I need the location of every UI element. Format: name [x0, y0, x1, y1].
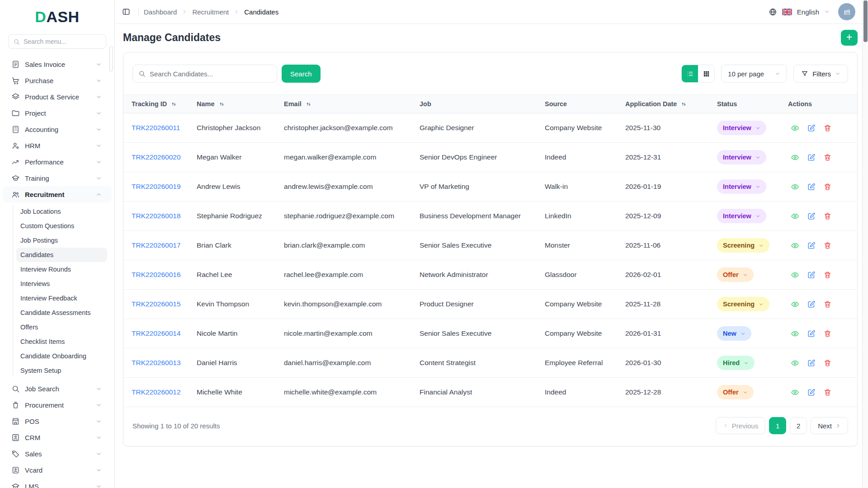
tracking-id-link[interactable]: TRK220260013	[132, 359, 181, 366]
edit-icon[interactable]	[807, 212, 816, 221]
sidebar-item-lms[interactable]: LMS	[3, 478, 112, 488]
brand-logo[interactable]: DASH	[0, 0, 114, 28]
search-button[interactable]: Search	[282, 65, 321, 83]
window-scrollbar[interactable]	[862, 0, 868, 488]
delete-icon[interactable]	[823, 124, 832, 132]
view-icon[interactable]	[791, 124, 799, 132]
sidebar-item-accounting[interactable]: Accounting	[3, 121, 112, 137]
tracking-id-link[interactable]: TRK220260012	[132, 388, 181, 396]
sort-icon[interactable]	[305, 101, 312, 108]
column-header-name[interactable]: Name	[192, 95, 279, 113]
per-page-select[interactable]: 10 per page	[721, 65, 787, 83]
view-icon[interactable]	[791, 183, 799, 191]
view-icon[interactable]	[791, 212, 799, 221]
sidebar-item-product-service[interactable]: Product & Service	[3, 89, 112, 105]
sort-icon[interactable]	[218, 101, 225, 108]
candidates-search-box[interactable]	[132, 65, 277, 83]
sidebar-subitem-candidate-assessments[interactable]: Candidate Assessments	[16, 305, 107, 320]
sidebar-subitem-interview-feedback[interactable]: Interview Feedback	[16, 291, 107, 305]
list-view-button[interactable]	[682, 65, 698, 82]
status-badge[interactable]: Interview	[717, 209, 766, 223]
page-button-2[interactable]: 2	[790, 417, 807, 434]
status-badge[interactable]: Offer	[717, 267, 754, 282]
candidates-search-input[interactable]	[150, 70, 271, 78]
avatar[interactable]	[838, 3, 855, 20]
view-icon[interactable]	[791, 241, 799, 250]
view-icon[interactable]	[791, 359, 799, 367]
chevron-down-icon[interactable]	[824, 9, 830, 14]
sidebar-item-crm[interactable]: CRM	[3, 429, 112, 446]
sidebar-item-training[interactable]: Training	[3, 170, 112, 186]
delete-icon[interactable]	[823, 153, 832, 162]
sidebar-subitem-interview-rounds[interactable]: Interview Rounds	[16, 262, 107, 277]
column-header-tracking-id[interactable]: Tracking ID	[123, 95, 192, 113]
sort-icon[interactable]	[170, 101, 177, 108]
view-icon[interactable]	[791, 300, 799, 309]
sidebar-item-hrm[interactable]: HRM	[3, 137, 112, 154]
status-badge[interactable]: Screening	[717, 297, 769, 311]
status-badge[interactable]: Interview	[717, 150, 766, 164]
column-header-application-date[interactable]: Application Date	[621, 95, 712, 113]
edit-icon[interactable]	[807, 183, 816, 191]
status-badge[interactable]: Offer	[717, 385, 754, 399]
sidebar-item-recruitment[interactable]: Recruitment	[3, 186, 112, 202]
column-header-email[interactable]: Email	[279, 95, 415, 113]
sidebar-subitem-system-setup[interactable]: System Setup	[16, 363, 107, 378]
sidebar-item-sales[interactable]: Sales	[3, 446, 112, 462]
edit-icon[interactable]	[807, 271, 816, 279]
tracking-id-link[interactable]: TRK220260011	[132, 124, 180, 131]
sidebar-toggle-icon[interactable]	[119, 5, 133, 19]
delete-icon[interactable]	[823, 241, 832, 250]
edit-icon[interactable]	[807, 388, 816, 397]
edit-icon[interactable]	[807, 300, 816, 309]
delete-icon[interactable]	[823, 388, 832, 397]
sidebar-subitem-job-locations[interactable]: Job Locations	[16, 204, 107, 219]
delete-icon[interactable]	[823, 212, 832, 221]
tracking-id-link[interactable]: TRK220260014	[132, 329, 181, 337]
sidebar-subitem-offers[interactable]: Offers	[16, 320, 107, 334]
sort-icon[interactable]	[680, 101, 687, 108]
next-page-button[interactable]: Next	[811, 417, 848, 434]
edit-icon[interactable]	[807, 153, 816, 162]
view-icon[interactable]	[791, 329, 799, 338]
column-header-status[interactable]: Status	[712, 95, 783, 113]
tracking-id-link[interactable]: TRK220260016	[132, 271, 181, 278]
add-candidate-button[interactable]: +	[841, 30, 858, 46]
sidebar-item-sales-invoice[interactable]: Sales Invoice	[3, 56, 112, 72]
sidebar-item-project[interactable]: Project	[3, 105, 112, 121]
sidebar-item-pos[interactable]: POS	[3, 413, 112, 429]
sidebar-subitem-candidates[interactable]: Candidates	[16, 248, 107, 262]
sidebar-subitem-interviews[interactable]: Interviews	[16, 277, 107, 291]
delete-icon[interactable]	[823, 329, 832, 338]
tracking-id-link[interactable]: TRK220260015	[132, 300, 181, 308]
language-selector[interactable]: English	[797, 8, 819, 16]
column-header-actions[interactable]: Actions	[783, 95, 857, 113]
breadcrumb-item-dashboard[interactable]: Dashboard	[144, 8, 177, 16]
breadcrumb-item-recruitment[interactable]: Recruitment	[192, 8, 229, 16]
sidebar-item-procurement[interactable]: Procurement	[3, 397, 112, 413]
edit-icon[interactable]	[807, 329, 816, 338]
sidebar-search[interactable]	[8, 34, 106, 49]
tracking-id-link[interactable]: TRK220260019	[132, 183, 181, 190]
edit-icon[interactable]	[807, 359, 816, 367]
tracking-id-link[interactable]: TRK220260018	[132, 212, 181, 220]
delete-icon[interactable]	[823, 300, 832, 309]
delete-icon[interactable]	[823, 183, 832, 191]
sidebar-item-job-search[interactable]: Job Search	[3, 380, 112, 397]
tracking-id-link[interactable]: TRK220260017	[132, 241, 181, 249]
previous-page-button[interactable]: Previous	[716, 417, 765, 434]
filters-button[interactable]: Filters	[793, 65, 848, 83]
globe-icon[interactable]	[769, 8, 777, 16]
edit-icon[interactable]	[807, 241, 816, 250]
page-button-1[interactable]: 1	[769, 417, 786, 434]
sidebar-subitem-custom-questions[interactable]: Custom Questions	[16, 219, 107, 233]
view-icon[interactable]	[791, 153, 799, 162]
column-header-job[interactable]: Job	[415, 95, 540, 113]
edit-icon[interactable]	[807, 124, 816, 132]
tracking-id-link[interactable]: TRK220260020	[132, 153, 181, 161]
sidebar-search-input[interactable]	[24, 38, 101, 45]
view-icon[interactable]	[791, 271, 799, 279]
column-header-source[interactable]: Source	[540, 95, 621, 113]
scrollbar-thumb[interactable]	[863, 0, 868, 42]
status-badge[interactable]: New	[717, 326, 751, 341]
